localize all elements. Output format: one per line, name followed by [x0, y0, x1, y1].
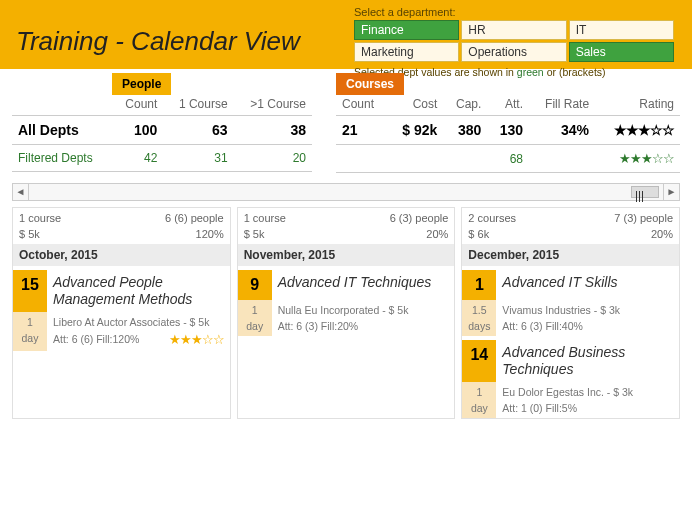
course-date: 1	[462, 270, 496, 300]
course-vendor: Vivamus Industries - $ 3k	[496, 300, 679, 320]
course-duration: 1	[13, 312, 47, 332]
scroll-thumb[interactable]: ⫼	[631, 186, 659, 198]
course-item[interactable]: 15 Advanced People Management Methods	[13, 270, 230, 312]
course-date: 9	[238, 270, 272, 300]
course-duration: 1.5	[462, 300, 496, 320]
course-rating: ★★★☆☆	[169, 332, 224, 347]
course-duration: 1	[238, 300, 272, 320]
course-duration: 1	[462, 382, 496, 402]
course-item[interactable]: 1 Advanced IT Skills	[462, 270, 679, 300]
course-title: Advanced People Management Methods	[47, 270, 230, 312]
month-column: 2 courses7 (3) people$ 6k20%December, 20…	[461, 207, 680, 419]
dept-btn-sales[interactable]: Sales	[569, 42, 674, 62]
header: Training - Calendar View Select a depart…	[0, 0, 692, 69]
course-vendor: Nulla Eu Incorporated - $ 5k	[272, 300, 455, 320]
dept-btn-it[interactable]: IT	[569, 20, 674, 40]
course-title: Advanced Business Techniques	[496, 340, 679, 382]
scroll-left-icon[interactable]: ◄	[13, 184, 29, 200]
dept-btn-finance[interactable]: Finance	[354, 20, 459, 40]
course-attendance: Att: 6 (3) Fill:20%	[278, 320, 359, 332]
panel-people: People Count 1 Course >1 Course All Dept…	[12, 71, 312, 173]
course-attendance: Att: 6 (3) Fill:40%	[502, 320, 583, 332]
course-item[interactable]: 9 Advanced IT Techniques	[238, 270, 455, 300]
month-scrollbar[interactable]: ◄ ⫼ ►	[12, 183, 680, 201]
dept-btn-operations[interactable]: Operations	[461, 42, 566, 62]
department-selector: Select a department: FinanceHRITMarketin…	[354, 6, 674, 78]
dept-btn-hr[interactable]: HR	[461, 20, 566, 40]
month-label: December, 2015	[462, 244, 679, 266]
course-date: 14	[462, 340, 496, 382]
course-vendor: Eu Dolor Egestas Inc. - $ 3k	[496, 382, 679, 402]
panel-courses: Courses Count Cost Cap. Att. Fill Rate R…	[336, 71, 680, 173]
month-label: October, 2015	[13, 244, 230, 266]
course-attendance: Att: 1 (0) Fill:5%	[502, 402, 577, 414]
row-filtered-depts: Filtered Depts 42 31 20	[12, 145, 312, 172]
course-vendor: Libero At Auctor Associates - $ 5k	[47, 312, 230, 332]
course-title: Advanced IT Skills	[496, 270, 679, 300]
panel-label-people: People	[112, 73, 171, 95]
scroll-right-icon[interactable]: ►	[663, 184, 679, 200]
selector-label: Select a department:	[354, 6, 674, 18]
course-item[interactable]: 14 Advanced Business Techniques	[462, 340, 679, 382]
row-all-courses: 21 $ 92k 380 130 34% ★★★☆☆	[336, 116, 680, 145]
course-title: Advanced IT Techniques	[272, 270, 455, 300]
month-column: 1 course6 (6) people$ 5k120%October, 201…	[12, 207, 231, 419]
course-attendance: Att: 6 (6) Fill:120%	[53, 333, 139, 345]
row-all-depts: All Depts 100 63 38	[12, 116, 312, 145]
row-filtered-courses: 68 ★★★☆☆	[336, 145, 680, 173]
course-date: 15	[13, 270, 47, 312]
panel-label-courses: Courses	[336, 73, 404, 95]
dept-btn-marketing[interactable]: Marketing	[354, 42, 459, 62]
month-label: November, 2015	[238, 244, 455, 266]
month-column: 1 course6 (3) people$ 5k20%November, 201…	[237, 207, 456, 419]
